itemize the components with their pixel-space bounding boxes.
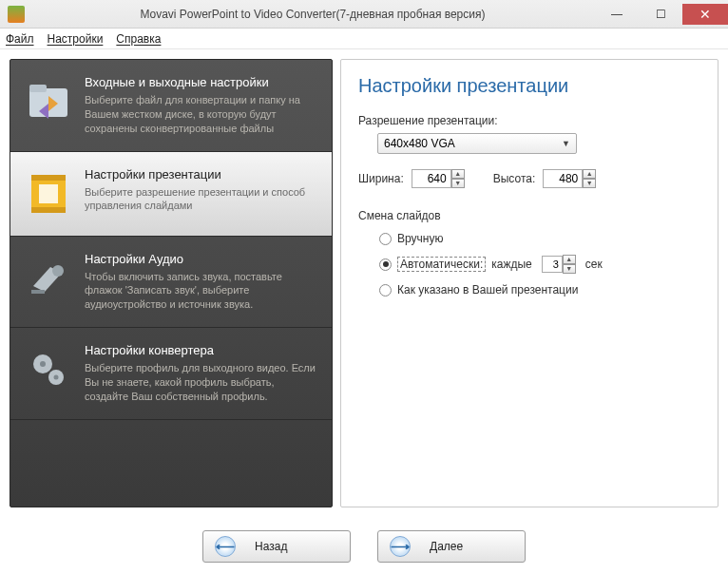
resolution-value: 640x480 VGA bbox=[384, 137, 455, 150]
nav-bar: ⟵ Назад ⟶ Далее bbox=[10, 525, 718, 568]
minimize-button[interactable]: — bbox=[595, 4, 639, 25]
height-label: Высота: bbox=[493, 172, 536, 185]
height-up-button[interactable]: ▲ bbox=[583, 169, 596, 179]
svg-rect-4 bbox=[31, 207, 66, 213]
folder-io-icon bbox=[22, 75, 75, 128]
app-icon bbox=[8, 6, 25, 23]
titlebar: Movavi PowerPoint to Video Converter(7-д… bbox=[0, 0, 728, 29]
page-title: Настройки презентации bbox=[358, 75, 700, 97]
sidebar-item-converter[interactable]: Настройки конвертера Выберите профиль дл… bbox=[10, 328, 332, 420]
radio-icon bbox=[379, 284, 392, 297]
sidebar-item-audio[interactable]: Настройки Аудио Чтобы включить запись зв… bbox=[10, 237, 332, 329]
slide-change-label: Смена слайдов bbox=[358, 209, 700, 222]
maximize-button[interactable]: ☐ bbox=[639, 4, 682, 25]
sidebar-item-desc: Выберите файл для конвертации и папку на… bbox=[85, 93, 318, 136]
close-button[interactable]: ✕ bbox=[682, 4, 728, 25]
arrow-right-icon: ⟶ bbox=[390, 536, 411, 557]
filmstrip-icon bbox=[22, 167, 75, 220]
radio-as-specified-label: Как указано в Вашей презентации bbox=[397, 283, 578, 297]
interval-stepper[interactable]: ▲▼ bbox=[542, 255, 576, 274]
width-label: Ширина: bbox=[358, 172, 404, 185]
resolution-select[interactable]: 640x480 VGA ▼ bbox=[377, 133, 577, 154]
arrow-left-icon: ⟵ bbox=[215, 536, 236, 557]
svg-rect-5 bbox=[39, 184, 58, 203]
content-panel: Настройки презентации Разрешение презент… bbox=[340, 59, 718, 507]
chevron-down-icon: ▼ bbox=[562, 139, 570, 148]
radio-as-specified[interactable]: Как указано в Вашей презентации bbox=[379, 283, 700, 297]
megaphone-icon bbox=[22, 252, 75, 305]
radio-automatic[interactable]: Автоматически: каждые ▲▼ сек bbox=[379, 255, 700, 274]
width-down-button[interactable]: ▼ bbox=[451, 179, 465, 188]
back-label: Назад bbox=[255, 540, 287, 553]
sidebar-item-title: Настройки конвертера bbox=[85, 343, 318, 357]
menu-file[interactable]: Файл bbox=[6, 32, 34, 46]
radio-automatic-label: Автоматически: bbox=[397, 257, 486, 272]
sidebar-item-title: Настройки презентации bbox=[85, 167, 318, 182]
gears-icon bbox=[22, 343, 75, 396]
sidebar: Входные и выходные настройки Выберите фа… bbox=[10, 59, 333, 507]
resolution-label: Разрешение презентации: bbox=[358, 114, 700, 127]
sidebar-item-desc: Выберите разрешение презентации и способ… bbox=[85, 185, 318, 214]
next-button[interactable]: ⟶ Далее bbox=[377, 530, 526, 563]
width-up-button[interactable]: ▲ bbox=[451, 169, 465, 179]
radio-icon bbox=[379, 233, 392, 245]
width-stepper[interactable]: ▲▼ bbox=[412, 169, 465, 188]
svg-point-11 bbox=[54, 375, 59, 380]
sidebar-item-desc: Чтобы включить запись звука, поставьте ф… bbox=[85, 270, 318, 313]
radio-icon bbox=[379, 258, 392, 271]
interval-down-button[interactable]: ▼ bbox=[563, 264, 576, 274]
sidebar-item-presentation[interactable]: Настройки презентации Выберите разрешени… bbox=[10, 152, 332, 237]
sidebar-item-title: Настройки Аудио bbox=[85, 252, 318, 266]
auto-every-label: каждые bbox=[491, 258, 532, 271]
interval-input[interactable] bbox=[542, 256, 563, 273]
sidebar-item-desc: Выберите профиль для выходного видео. Ес… bbox=[85, 361, 318, 404]
sidebar-item-io[interactable]: Входные и выходные настройки Выберите фа… bbox=[10, 60, 332, 152]
menu-help[interactable]: Справка bbox=[116, 32, 161, 46]
radio-manual[interactable]: Вручную bbox=[379, 232, 700, 245]
radio-manual-label: Вручную bbox=[397, 232, 443, 245]
svg-rect-7 bbox=[31, 290, 45, 294]
svg-rect-3 bbox=[31, 175, 66, 181]
menu-settings[interactable]: Настройки bbox=[48, 32, 104, 46]
seconds-label: сек bbox=[585, 258, 603, 271]
interval-up-button[interactable]: ▲ bbox=[563, 255, 576, 264]
height-down-button[interactable]: ▼ bbox=[583, 179, 596, 188]
height-input[interactable] bbox=[543, 169, 583, 188]
svg-point-6 bbox=[52, 265, 64, 277]
svg-point-10 bbox=[40, 361, 46, 367]
height-stepper[interactable]: ▲▼ bbox=[543, 169, 596, 188]
width-input[interactable] bbox=[412, 169, 451, 188]
back-button[interactable]: ⟵ Назад bbox=[202, 530, 351, 563]
sidebar-item-title: Входные и выходные настройки bbox=[85, 75, 318, 89]
menubar: Файл Настройки Справка bbox=[0, 29, 728, 49]
svg-rect-1 bbox=[29, 85, 47, 92]
window-title: Movavi PowerPoint to Video Converter(7-д… bbox=[30, 8, 595, 21]
next-label: Далее bbox=[430, 540, 463, 553]
